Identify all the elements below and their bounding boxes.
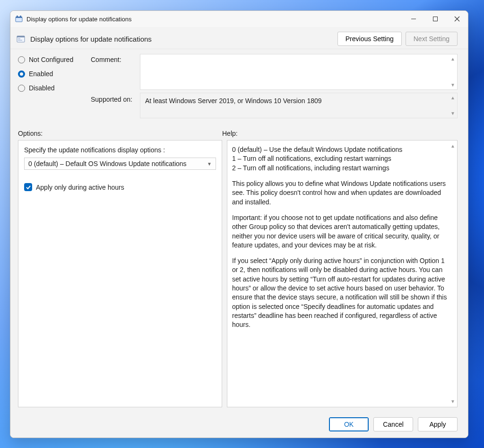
help-paragraph: 0 (default) – Use the default Windows Up… bbox=[232, 145, 449, 173]
dropdown-value: 0 (default) – Default OS Windows Update … bbox=[28, 160, 187, 167]
cancel-button[interactable]: Cancel bbox=[373, 417, 413, 431]
svg-rect-11 bbox=[18, 40, 22, 41]
checkbox-checked-icon bbox=[24, 183, 32, 191]
chevron-up-icon: ▲ bbox=[450, 143, 455, 149]
supported-on-value: At least Windows Server 2019, or Windows… bbox=[145, 97, 322, 105]
policy-title: Display options for update notifications bbox=[30, 35, 334, 43]
radio-enabled[interactable]: Enabled bbox=[18, 70, 89, 78]
radio-label: Disabled bbox=[29, 84, 54, 92]
dropdown-label: Specify the update notifications display… bbox=[24, 146, 216, 154]
chevron-down-icon: ▼ bbox=[450, 399, 455, 404]
help-text: 0 (default) – Use the default Windows Up… bbox=[232, 145, 449, 330]
comment-label: Comment: bbox=[91, 54, 138, 63]
help-header: Help: bbox=[222, 130, 238, 137]
svg-rect-10 bbox=[18, 38, 20, 39]
help-paragraph: If you select “Apply only during active … bbox=[232, 256, 449, 330]
close-button[interactable] bbox=[446, 11, 468, 27]
svg-rect-1 bbox=[16, 17, 22, 18]
radio-disabled[interactable]: Disabled bbox=[18, 84, 89, 92]
help-pane: ▲ ▼ 0 (default) – Use the default Window… bbox=[227, 140, 458, 407]
options-pane: Specify the update notifications display… bbox=[18, 140, 222, 407]
configuration-area: Not Configured Enabled Disabled Comment:… bbox=[10, 49, 468, 127]
radio-not-configured[interactable]: Not Configured bbox=[18, 56, 89, 63]
apply-button[interactable]: Apply bbox=[418, 417, 458, 431]
previous-setting-button[interactable]: Previous Setting bbox=[337, 32, 402, 46]
supported-on-label: Supported on: bbox=[91, 93, 138, 103]
titlebar[interactable]: Display options for update notifications bbox=[10, 11, 468, 27]
section-headers: Options: Help: bbox=[10, 127, 468, 140]
chevron-up-icon: ▲ bbox=[450, 56, 455, 61]
radio-label: Enabled bbox=[29, 70, 53, 78]
radio-label: Not Configured bbox=[29, 56, 73, 63]
active-hours-checkbox[interactable]: Apply only during active hours bbox=[24, 183, 216, 191]
comment-textbox[interactable]: ▲ ▼ bbox=[140, 54, 458, 90]
app-icon bbox=[15, 15, 23, 23]
svg-rect-2 bbox=[17, 16, 18, 17]
minimize-button[interactable] bbox=[403, 11, 424, 27]
ok-button[interactable]: OK bbox=[329, 417, 369, 431]
chevron-up-icon: ▲ bbox=[450, 95, 455, 100]
help-paragraph: This policy allows you to define what Wi… bbox=[232, 179, 449, 207]
chevron-down-icon: ▼ bbox=[450, 111, 455, 116]
desktop-wallpaper: Display options for update notifications bbox=[0, 0, 484, 448]
supported-on-textbox: At least Windows Server 2019, or Windows… bbox=[140, 93, 458, 118]
svg-rect-3 bbox=[20, 16, 21, 17]
help-paragraph: Important: if you choose not to get upda… bbox=[232, 213, 449, 250]
policy-icon bbox=[16, 34, 26, 44]
radio-icon bbox=[18, 85, 25, 92]
radio-icon bbox=[18, 56, 25, 63]
dialog-footer: OK Cancel Apply bbox=[10, 411, 468, 438]
header-row: Display options for update notifications… bbox=[10, 27, 468, 49]
next-setting-button[interactable]: Next Setting bbox=[406, 32, 458, 46]
options-header: Options: bbox=[18, 130, 222, 137]
checkbox-label: Apply only during active hours bbox=[36, 184, 124, 191]
maximize-button[interactable] bbox=[424, 11, 446, 27]
chevron-down-icon: ▼ bbox=[207, 161, 212, 167]
notifications-dropdown[interactable]: 0 (default) – Default OS Windows Update … bbox=[24, 158, 216, 170]
svg-rect-9 bbox=[17, 36, 25, 37]
chevron-down-icon: ▼ bbox=[450, 82, 455, 88]
svg-rect-0 bbox=[16, 18, 22, 22]
radio-icon bbox=[18, 70, 25, 78]
svg-rect-5 bbox=[433, 17, 438, 21]
policy-dialog-window: Display options for update notifications bbox=[10, 10, 468, 438]
window-title: Display options for update notifications bbox=[26, 16, 403, 23]
